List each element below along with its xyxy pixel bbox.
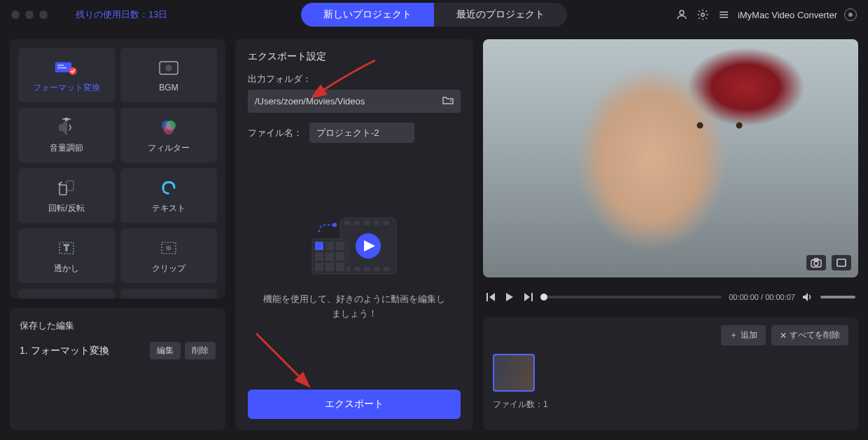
rotate-icon bbox=[54, 177, 79, 198]
maximize-window-icon[interactable] bbox=[39, 11, 48, 19]
file-list-panel: ＋追加 ✕すべてを削除 ファイル数：1 bbox=[483, 317, 858, 430]
tool-label: フォーマット変換 bbox=[33, 82, 100, 94]
window-controls bbox=[11, 11, 48, 19]
svg-rect-41 bbox=[315, 263, 323, 271]
tool-text[interactable]: テキスト bbox=[120, 168, 217, 223]
account-icon[interactable] bbox=[675, 8, 689, 22]
volume-slider[interactable] bbox=[820, 296, 855, 298]
snapshot-icon[interactable] bbox=[806, 255, 826, 270]
tool-bgm[interactable]: BGM bbox=[120, 48, 217, 102]
timeline-slider[interactable] bbox=[540, 296, 722, 298]
tool-clip[interactable]: クリップ bbox=[120, 228, 217, 283]
svg-rect-17 bbox=[66, 181, 74, 191]
tool-more-2[interactable] bbox=[120, 289, 217, 298]
tool-format-convert[interactable]: フォーマット変換 bbox=[18, 48, 115, 102]
svg-point-21 bbox=[167, 246, 171, 250]
fullscreen-icon[interactable] bbox=[832, 255, 851, 270]
tab-new-project[interactable]: 新しいプロジェクト bbox=[301, 3, 434, 27]
plus-icon: ＋ bbox=[729, 329, 738, 341]
saved-edit-name: 1. フォーマット変換 bbox=[20, 345, 109, 357]
svg-rect-7 bbox=[57, 67, 66, 69]
format-convert-icon bbox=[54, 57, 79, 78]
tool-volume[interactable]: 音量調節 bbox=[18, 108, 115, 163]
delete-all-button[interactable]: ✕すべてを削除 bbox=[771, 325, 848, 345]
svg-rect-39 bbox=[326, 252, 334, 261]
svg-rect-16 bbox=[59, 185, 66, 195]
output-folder-path: /Users/zoen/Movies/Videos bbox=[255, 96, 365, 106]
tool-label: 音量調節 bbox=[50, 142, 83, 154]
preview-frame bbox=[483, 39, 858, 277]
close-window-icon[interactable] bbox=[11, 11, 20, 19]
bgm-icon bbox=[156, 57, 181, 78]
tool-watermark[interactable]: T 透かし bbox=[18, 228, 115, 283]
next-frame-icon[interactable] bbox=[522, 291, 533, 303]
video-preview bbox=[483, 39, 858, 277]
file-name-label: ファイル名： bbox=[248, 127, 302, 139]
svg-rect-31 bbox=[374, 267, 379, 271]
project-tabs: 新しいプロジェクト 最近のプロジェクト bbox=[301, 3, 567, 27]
tool-label: フィルター bbox=[148, 142, 190, 154]
file-name-input[interactable] bbox=[309, 123, 414, 143]
titlebar: 残りの使用日数：13日 新しいプロジェクト 最近のプロジェクト iMyMac V… bbox=[0, 0, 868, 29]
saved-delete-button[interactable]: 削除 bbox=[185, 342, 216, 359]
clip-icon bbox=[156, 238, 181, 259]
svg-rect-37 bbox=[336, 242, 344, 250]
saved-edits-title: 保存した編集 bbox=[20, 319, 216, 332]
svg-rect-43 bbox=[336, 263, 344, 271]
svg-rect-36 bbox=[326, 242, 334, 250]
svg-point-1 bbox=[701, 13, 705, 17]
svg-point-10 bbox=[166, 65, 172, 71]
output-folder-label: 出力フォルダ： bbox=[248, 73, 461, 85]
volume-icon bbox=[54, 117, 79, 138]
svg-rect-40 bbox=[336, 252, 344, 261]
saved-edits-panel: 保存した編集 1. フォーマット変換 編集 削除 bbox=[10, 308, 225, 430]
filter-icon bbox=[156, 117, 181, 138]
svg-rect-23 bbox=[344, 221, 350, 225]
tool-label: BGM bbox=[159, 83, 178, 92]
tool-label: クリップ bbox=[152, 263, 186, 275]
browse-folder-icon[interactable] bbox=[442, 95, 454, 107]
tab-recent-projects[interactable]: 最近のプロジェクト bbox=[434, 3, 567, 27]
svg-rect-50 bbox=[531, 293, 533, 301]
time-display: 00:00:00 / 00:00:07 bbox=[729, 293, 795, 301]
settings-icon[interactable] bbox=[696, 8, 710, 22]
add-file-button[interactable]: ＋追加 bbox=[721, 325, 766, 345]
output-folder-field[interactable]: /Users/zoen/Movies/Videos bbox=[248, 90, 461, 113]
tool-label: 透かし bbox=[54, 263, 79, 275]
watermark-icon: T bbox=[54, 238, 79, 259]
svg-rect-29 bbox=[354, 267, 360, 271]
trash-icon: ✕ bbox=[780, 331, 787, 341]
svg-rect-38 bbox=[315, 252, 323, 261]
minimize-window-icon[interactable] bbox=[25, 11, 34, 19]
svg-point-44 bbox=[332, 223, 337, 227]
saved-edit-button[interactable]: 編集 bbox=[150, 342, 181, 359]
tool-label: テキスト bbox=[152, 202, 186, 214]
volume-icon[interactable] bbox=[802, 291, 813, 303]
trial-days-left: 残りの使用日数：13日 bbox=[76, 8, 167, 21]
svg-text:T: T bbox=[64, 243, 69, 253]
record-icon[interactable] bbox=[844, 8, 857, 21]
app-name: iMyMac Video Converter bbox=[738, 10, 837, 20]
saved-edit-row: 1. フォーマット変換 編集 削除 bbox=[20, 342, 216, 359]
text-icon bbox=[156, 177, 181, 198]
file-thumbnail[interactable] bbox=[493, 354, 535, 392]
svg-point-0 bbox=[680, 11, 684, 15]
player-controls: 00:00:00 / 00:00:07 bbox=[483, 287, 858, 307]
file-count: ファイル数：1 bbox=[493, 399, 848, 411]
svg-rect-6 bbox=[57, 64, 64, 66]
export-button[interactable]: エクスポート bbox=[248, 390, 461, 419]
tool-rotate[interactable]: 回転/反転 bbox=[18, 168, 115, 223]
tool-more-1[interactable] bbox=[18, 289, 115, 298]
export-illustration: 機能を使用して、好きのように動画を編集しましょう！ bbox=[248, 143, 461, 390]
prev-frame-icon[interactable] bbox=[486, 291, 497, 303]
svg-point-46 bbox=[814, 261, 818, 266]
svg-rect-32 bbox=[384, 267, 389, 271]
export-settings-title: エクスポート設定 bbox=[248, 50, 461, 63]
svg-rect-49 bbox=[486, 293, 488, 301]
menu-icon[interactable] bbox=[717, 8, 731, 22]
svg-rect-48 bbox=[837, 259, 846, 266]
tool-filter[interactable]: フィルター bbox=[120, 108, 217, 163]
svg-rect-27 bbox=[384, 221, 389, 225]
tool-grid: フォーマット変換 BGM 音量調節 bbox=[10, 39, 225, 298]
play-icon[interactable] bbox=[504, 291, 515, 303]
